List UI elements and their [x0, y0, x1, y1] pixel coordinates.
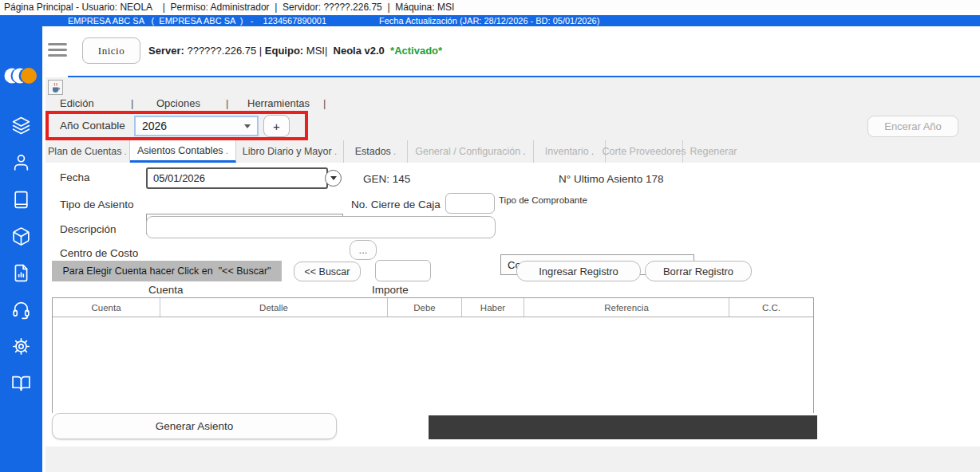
column-header-cc: C.C. — [729, 298, 813, 317]
ultimo-asiento-label: N° Ultimo Asiento 178 — [559, 173, 663, 185]
menu-edicion[interactable]: Edición — [60, 97, 94, 109]
column-header-cuenta: Cuenta — [53, 298, 160, 317]
app-logo — [4, 64, 39, 91]
tab-general-configuracion[interactable]: General / Configuración. — [408, 140, 534, 163]
tab-plan-de-cuentas[interactable]: Plan de Cuentas. — [45, 140, 130, 163]
tipo-comprobante-label: Tipo de Comprobante — [499, 195, 587, 205]
equipo-label: Equipo: — [265, 45, 303, 57]
menu-opciones[interactable]: Opciones — [156, 97, 200, 109]
buscar-hint-label: Para Elegir Cuenta hacer Click en "<< Bu… — [52, 261, 282, 281]
anio-contable-select[interactable]: 2026 — [134, 116, 259, 136]
centro-costo-label: Centro de Costo — [60, 247, 138, 259]
menu-herramientas[interactable]: Herramientas — [247, 97, 310, 109]
inicio-button[interactable]: Inicio — [82, 37, 140, 64]
chevron-down-icon — [244, 124, 251, 132]
gear-icon[interactable] — [11, 336, 31, 356]
report-icon[interactable] — [11, 263, 31, 283]
status-dark-bar — [429, 415, 817, 439]
app-version: Neola v2.0 — [334, 45, 385, 57]
importe-input[interactable] — [375, 260, 431, 281]
menu-separator: | — [131, 97, 133, 109]
server-label: Server: — [148, 45, 184, 57]
column-header-detalle: Detalle — [160, 298, 388, 317]
ingresar-registro-button[interactable]: Ingresar Registro — [516, 261, 641, 281]
encerar-anio-button[interactable]: Encerar Año — [867, 116, 958, 137]
descripcion-label: Descripción — [60, 223, 117, 235]
column-header-referencia: Referencia — [524, 298, 729, 317]
tab-asientos-contables[interactable]: Asientos Contables. — [130, 140, 236, 163]
package-icon[interactable] — [11, 226, 31, 246]
tab-bar: Plan de Cuentas. Asientos Contables. Lib… — [45, 140, 744, 163]
layers-icon[interactable] — [11, 116, 31, 136]
user-icon[interactable] — [11, 152, 31, 172]
server-value: ??????.226.75 — [184, 45, 259, 57]
descripcion-input[interactable] — [146, 216, 496, 238]
server-status-text: Server: ??????.226.75 | Equipo: MSI| Neo… — [148, 45, 442, 57]
anio-contable-value: 2026 — [142, 120, 167, 132]
column-header-haber: Haber — [462, 298, 524, 317]
generar-asiento-button[interactable]: Generar Asiento — [52, 413, 337, 439]
fecha-input[interactable] — [146, 167, 328, 189]
sidebar-nav — [0, 26, 42, 472]
cuenta-caption: Cuenta — [148, 284, 184, 296]
cierre-caja-label: No. Cierre de Caja — [351, 199, 441, 210]
book-icon[interactable] — [11, 373, 31, 393]
separator: | — [259, 45, 265, 57]
fecha-dropdown-button[interactable] — [325, 170, 342, 187]
tab-inventario[interactable]: Inventario. — [534, 140, 606, 163]
table-body-empty — [53, 317, 813, 413]
tab-estados[interactable]: Estados. — [344, 140, 408, 163]
company-bar: EMPRESA ABC SA ( EMPRESA ABC SA ) - 1234… — [0, 15, 980, 26]
add-year-button[interactable]: + — [263, 115, 290, 137]
gen-counter: GEN: 145 — [363, 173, 410, 185]
tab-libro-diario-y-mayor[interactable]: Libro Diario y Mayor. — [236, 140, 344, 163]
equipo-value: MSI| — [303, 45, 333, 57]
tablet-icon[interactable] — [11, 190, 31, 210]
anio-contable-label: Año Contable — [60, 120, 125, 132]
menu-separator: | — [226, 97, 228, 109]
importe-caption: Importe — [372, 284, 409, 296]
table-header-row: Cuenta Detalle Debe Haber Referencia C.C… — [53, 298, 813, 317]
update-date-info: Fecha Actualización (JAR: 28/12/2026 - B… — [379, 15, 599, 26]
tab-regenerar[interactable]: Regenerar — [683, 140, 744, 163]
headset-icon[interactable] — [11, 300, 31, 320]
activation-status: *Activado* — [385, 45, 442, 57]
java-icon — [48, 80, 63, 95]
fecha-label: Fecha — [60, 171, 90, 183]
cierre-caja-input[interactable] — [445, 193, 495, 214]
menu-toggle-button[interactable] — [48, 43, 67, 57]
asientos-table: Cuenta Detalle Debe Haber Referencia C.C… — [52, 297, 814, 413]
buscar-button[interactable]: << Buscar — [294, 262, 361, 281]
borrar-registro-button[interactable]: Borrar Registro — [645, 261, 752, 281]
company-info: EMPRESA ABC SA ( EMPRESA ABC SA ) - 1234… — [68, 15, 326, 26]
window-titlebar: Página Principal - Usuario: NEOLA | Perm… — [0, 0, 980, 15]
chevron-down-icon — [330, 176, 337, 183]
tab-corte-proveedores[interactable]: Corte Proveedores — [606, 140, 683, 163]
menu-separator: | — [323, 97, 326, 109]
tipo-asiento-label: Tipo de Asiento — [60, 199, 134, 210]
bottom-margin — [45, 446, 980, 472]
column-header-debe: Debe — [388, 298, 462, 317]
more-options-button[interactable]: ... — [350, 240, 377, 260]
